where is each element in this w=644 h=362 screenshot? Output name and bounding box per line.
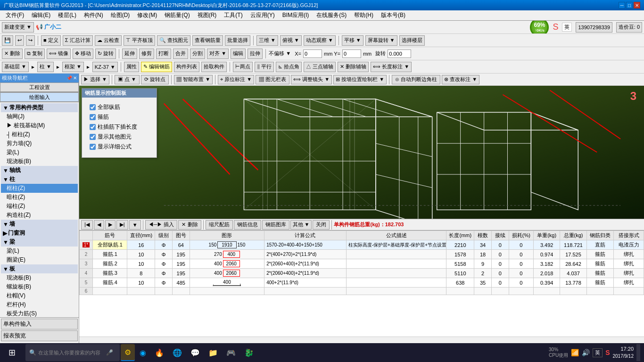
- diameter-cell[interactable]: 10: [127, 278, 155, 288]
- nav-prev-btn[interactable]: ◀: [94, 220, 104, 230]
- menu-item-q[interactable]: 钢筋量(Q): [161, 10, 193, 20]
- show-desktop-btn[interactable]: [636, 344, 640, 361]
- grade-cell[interactable]: Φ: [155, 278, 173, 288]
- total-weight-cell[interactable]: 118.721: [560, 240, 586, 250]
- app-icon-7[interactable]: 🎮: [223, 344, 239, 361]
- full-vertical-rebar-cb[interactable]: [90, 104, 96, 110]
- formula-cell[interactable]: 2*(400+270)+2*(11.9*d): [264, 250, 347, 259]
- top-view-btn[interactable]: 俯视 ▼: [280, 35, 302, 46]
- tree-item-dark-col[interactable]: 暗柱(Z): [1, 193, 78, 202]
- type-selector[interactable]: 框架 ▼: [62, 62, 84, 72]
- desc-cell[interactable]: [346, 269, 446, 278]
- desc-cell[interactable]: [346, 250, 446, 259]
- pick-element-btn[interactable]: 拾取构件: [201, 62, 227, 72]
- nav-first-btn[interactable]: |◀: [81, 220, 93, 230]
- ggj-taskbar-item[interactable]: ⚙: [121, 344, 135, 361]
- nav-next-btn[interactable]: ▶: [105, 220, 116, 230]
- three-point-btn[interactable]: △ 三点辅轴: [304, 62, 336, 72]
- common-components-category[interactable]: ▼ 常用构件类型: [1, 103, 78, 112]
- count-cell[interactable]: 9: [474, 259, 492, 269]
- popup-item-3[interactable]: 柱插筋下插长度: [90, 122, 149, 132]
- menu-item-b[interactable]: 版本号(B): [377, 10, 409, 20]
- formula-cell[interactable]: 2*(2060+400)+2*(11.9*d): [264, 259, 347, 269]
- move-btn[interactable]: ✥ 移动: [73, 49, 93, 59]
- ime-indicator[interactable]: S: [605, 349, 610, 356]
- category-cell[interactable]: 箍筋: [586, 269, 613, 278]
- horizontal-scrollbar[interactable]: [79, 337, 644, 343]
- volume-icon[interactable]: 🔊: [582, 349, 590, 356]
- jin-hao-cell[interactable]: 箍筋.4: [92, 278, 127, 288]
- unit-weight-cell[interactable]: 2.018: [534, 269, 560, 278]
- count-cell[interactable]: [474, 288, 492, 295]
- total-weight-cell[interactable]: 28.642: [560, 259, 586, 269]
- formula-cell[interactable]: 400+2*(11.9*d): [264, 278, 347, 288]
- popup-item-5[interactable]: 显示详细公式: [90, 142, 149, 152]
- category-cell[interactable]: 箍筋: [586, 250, 613, 259]
- split-btn[interactable]: 分割: [190, 49, 205, 59]
- category-cell[interactable]: 箍筋: [586, 278, 613, 288]
- connection-cell[interactable]: 绑扎: [614, 278, 644, 288]
- length-cell[interactable]: 5158: [446, 259, 474, 269]
- delete-btn[interactable]: ✕ 删除: [2, 49, 23, 59]
- element-table-btn[interactable]: ▦ 图元栏表: [256, 75, 289, 84]
- table-row[interactable]: 6: [80, 288, 644, 295]
- report-preview-btn[interactable]: 报表预览: [1, 330, 78, 341]
- point-tool-btn[interactable]: ▣ 点 ▼: [115, 75, 140, 84]
- adjust-view-btn[interactable]: ⟺ 调整镜头 ▼: [291, 75, 332, 84]
- menu-item-l[interactable]: 楼层(L): [54, 10, 80, 20]
- element-selector[interactable]: 柱 ▼: [37, 62, 54, 72]
- tu-hao-cell[interactable]: 195: [172, 259, 190, 269]
- close-btn[interactable]: 关闭: [313, 220, 330, 230]
- diameter-cell[interactable]: [127, 288, 155, 295]
- stirrup-cb[interactable]: [90, 114, 96, 120]
- grade-cell[interactable]: Φ: [155, 269, 173, 278]
- col-category[interactable]: ▼ 柱: [1, 175, 78, 184]
- price-coin-btn[interactable]: 造价豆: 0: [616, 22, 642, 33]
- tu-hao-cell[interactable]: [172, 288, 190, 295]
- original-mark-btn[interactable]: ⌖ 原位标注 ▼: [218, 75, 254, 84]
- unit-weight-cell[interactable]: 0.394: [534, 278, 560, 288]
- diameter-cell[interactable]: 16: [127, 240, 155, 250]
- grade-cell[interactable]: Φ: [155, 250, 173, 259]
- menu-item-y[interactable]: 云应用(Y): [247, 10, 279, 20]
- search-bar[interactable]: 🔍 在这里输入你要搜索的内容 🎤: [25, 344, 120, 361]
- length-mark-btn[interactable]: ⟺ 长度标注 ▼: [371, 62, 412, 72]
- category-cell[interactable]: 箍筋: [586, 259, 613, 269]
- rotate-btn[interactable]: ↻ 旋转: [95, 49, 116, 59]
- length-cell[interactable]: 1578: [446, 250, 474, 259]
- figure-cell[interactable]: 400 2060: [190, 269, 264, 278]
- merge-btn[interactable]: 合并: [173, 49, 188, 59]
- count-cell[interactable]: 35: [474, 278, 492, 288]
- count-cell[interactable]: 2: [474, 269, 492, 278]
- sum-btn[interactable]: Σ 汇总计算: [63, 35, 93, 46]
- select-floor-btn[interactable]: 选择楼层: [399, 35, 425, 46]
- tree-item-kz[interactable]: 框柱(Z): [1, 184, 78, 193]
- nav-down-btn[interactable]: ▼: [129, 220, 141, 230]
- copy-btn[interactable]: ⧉ 复制: [25, 49, 45, 59]
- project-setup-btn[interactable]: 工程设置: [0, 82, 79, 92]
- maximize-button[interactable]: □: [626, 2, 633, 8]
- element-list-btn[interactable]: 构件列表: [174, 62, 199, 72]
- connection-cell[interactable]: 绑扎: [614, 250, 644, 259]
- del-aux-btn[interactable]: ✕ 删除辅轴: [338, 62, 369, 72]
- diameter-cell[interactable]: 8: [127, 269, 155, 278]
- mic-icon[interactable]: 🎤: [106, 349, 113, 356]
- tree-item-cast-slab2[interactable]: 现浇板(B): [1, 273, 78, 282]
- show-formula-cb[interactable]: [90, 144, 96, 150]
- menu-item-n[interactable]: 构件(N): [80, 10, 107, 20]
- category-cell[interactable]: 直筋: [586, 240, 613, 250]
- align-btn[interactable]: 对齐 ▼: [207, 49, 229, 59]
- app-icon-5[interactable]: 💬: [187, 344, 204, 361]
- popup-item-2[interactable]: 箍筋: [90, 112, 149, 122]
- view-steel-btn[interactable]: 查看钢筋量: [192, 35, 223, 46]
- count-cell[interactable]: 34: [474, 240, 492, 250]
- wall-category[interactable]: ▼ 墙: [1, 220, 78, 229]
- tree-item-end-col[interactable]: 端柱(Z): [1, 202, 78, 211]
- pick-angle-btn[interactable]: ⊾ 拾点角: [276, 62, 302, 72]
- new-change-btn[interactable]: 新建变更 ▼: [2, 22, 34, 33]
- mirror-btn[interactable]: ⟺ 镜像: [47, 49, 71, 59]
- rotate-input[interactable]: [388, 49, 411, 58]
- tree-item-beam2[interactable]: 梁(L): [1, 247, 78, 255]
- diameter-cell[interactable]: 10: [127, 250, 155, 259]
- app-icon-8[interactable]: 🐉: [240, 344, 257, 361]
